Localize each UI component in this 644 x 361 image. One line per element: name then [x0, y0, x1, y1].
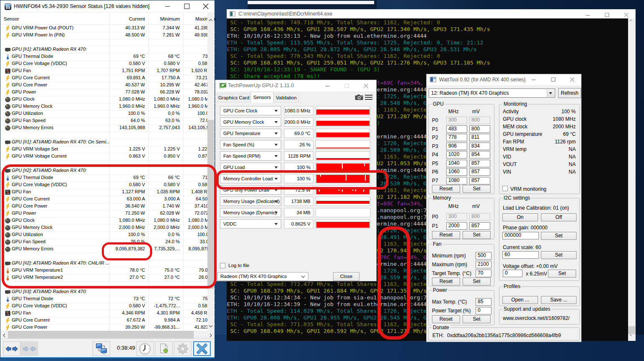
- memory-reset-button[interactable]: Reset: [432, 231, 460, 239]
- gpuz-sensor-select[interactable]: Memory Usage (Dynamic): [220, 208, 281, 217]
- watttool-titlebar[interactable]: WattTool 0.92 (for AMD RX 400 series): [427, 74, 581, 85]
- gpuz-sensor-select[interactable]: Memory Usage (Dedicated): [220, 197, 281, 206]
- phase-gain-set-button[interactable]: Set: [541, 232, 577, 240]
- setting-field[interactable]: 500: [476, 252, 491, 260]
- table-row[interactable]: GPU Power77.028 W66.228 W78.032 W: [0, 89, 215, 96]
- table-row[interactable]: GPU Fan1,127 RPM1,035 RPM1,408 RPM: [0, 189, 215, 196]
- console-titlebar[interactable]: C:\mine\Claymore\last\EthDcrMiner64.exe: [227, 9, 635, 18]
- hwinfo-scroll-left-icon[interactable]: [3, 333, 5, 338]
- setting-field[interactable]: 70: [476, 270, 491, 277]
- pstate-mv-field[interactable]: 834: [469, 143, 490, 150]
- tab-graphics-card[interactable]: Graphics Card: [217, 93, 251, 102]
- hwinfo-minimize-button[interactable]: [160, 0, 175, 12]
- current-scale-set-button[interactable]: Set: [541, 251, 577, 259]
- table-row[interactable]: GPU [#1]: ATI/AMD Radeon RX 470:: [0, 46, 215, 54]
- table-row-blank[interactable]: [0, 160, 215, 168]
- screenshot-camera-icon[interactable]: [355, 94, 363, 100]
- console-scroll-up-icon[interactable]: ˄: [629, 20, 634, 24]
- table-row[interactable]: GPU [#2]: ATI/AMD Radeon RX 470: CHiL/IR…: [0, 260, 215, 268]
- table-row[interactable]: GPU Clock1,080.0 MHz1,080.0 MHz1,080.0 M…: [0, 96, 215, 104]
- console-scroll-down-icon[interactable]: ˅: [629, 335, 634, 339]
- current-scale-field[interactable]: 60: [502, 251, 539, 259]
- pstate-mhz-field[interactable]: 300: [446, 117, 467, 124]
- close-sensors-button[interactable]: [193, 341, 211, 356]
- gpuz-sensor-select[interactable]: Fan Speed (RPM): [220, 151, 281, 161]
- hwinfo-close-button[interactable]: [199, 0, 213, 12]
- watttool-device-dropdown-icon[interactable]: [547, 89, 554, 97]
- table-row[interactable]: GPU VRM Temperature178.0 °C75.0 °C79.0 °…: [0, 267, 215, 275]
- table-row[interactable]: GPU Fan1,751 RPM1,707 RPM1,920 RPM: [0, 68, 215, 75]
- power-set-button[interactable]: Set: [463, 315, 491, 323]
- gpuz-sensor-select[interactable]: Memory Controller Load: [220, 174, 281, 183]
- pstate-mhz-field[interactable]: 1060: [446, 168, 467, 176]
- pstate-mhz-field[interactable]: 906: [446, 143, 467, 150]
- setting-field[interactable]: 2100: [476, 261, 491, 268]
- table-row[interactable]: GPU VRM Power Out (POUT)40.313 W7.344 W4…: [0, 25, 215, 32]
- phase-gain-field[interactable]: 000000: [502, 232, 539, 239]
- hwinfo-scroll-down-icon[interactable]: [209, 325, 213, 327]
- gpuz-titlebar[interactable]: TechPowerUp GPU-Z 1.11.0: [215, 80, 376, 91]
- table-row[interactable]: GPU Memory Errors143,105,9882,757,043143…: [0, 125, 215, 132]
- gpuz-sensor-select[interactable]: GPU only Power Draw: [220, 185, 281, 195]
- watttool-device-select[interactable]: 12: Radeon (TM) RX 470 Graphics: [429, 88, 555, 98]
- gpuz-sensor-select[interactable]: GPU Memory Clock: [220, 117, 281, 127]
- pstate-mhz-field[interactable]: 300: [446, 213, 467, 221]
- pstate-mhz-field[interactable]: 1040: [446, 160, 467, 167]
- profiles-save-button[interactable]: Save ...: [541, 296, 577, 304]
- gpuz-close-button[interactable]: [360, 80, 372, 91]
- table-row[interactable]: GPU Memory Clock1,960.0 MHz1,960.0 MHz1,…: [0, 103, 215, 111]
- watttool-minimize-button[interactable]: [528, 74, 540, 85]
- hwinfo-table-header[interactable]: Sensor Current Minimum Maximum: [0, 13, 215, 25]
- table-row[interactable]: GPU Core Voltage (VDDC)0.580 V-1,475,772…: [0, 303, 215, 310]
- table-row[interactable]: GPU Core Power40.537 W10.295 W42.467 W: [0, 82, 215, 89]
- llc-off-button[interactable]: Off: [541, 213, 577, 221]
- llc-on-button[interactable]: On: [502, 213, 538, 221]
- tab-sensors[interactable]: Sensors: [251, 92, 274, 103]
- hwinfo-hscroll-thumb[interactable]: [8, 331, 194, 338]
- hwinfo-hscrollbar[interactable]: [1, 331, 214, 338]
- table-row[interactable]: GPU Fan4,346 RPM4,301 RPM4,458 RPM: [0, 310, 215, 317]
- table-row[interactable]: GPU [#1]: ATI/AMD Radeon RX 470: On Semi…: [0, 139, 215, 146]
- hwinfo-window[interactable]: HWiNFO64 v5.34-2930 Sensor Status [126 v…: [0, 0, 215, 359]
- table-row[interactable]: GPU Core Power39.250 W-99,868,31...41.82…: [0, 324, 215, 331]
- fan-reset-button[interactable]: Reset: [432, 278, 460, 286]
- table-row[interactable]: GPU Thermal Diode73 °C72 °C75 °C: [0, 296, 215, 303]
- setting-field[interactable]: 0: [476, 307, 491, 314]
- gpuz-close-dialog-button[interactable]: Close: [333, 272, 360, 281]
- table-row[interactable]: GPU Utilization100.0 %0.0 %100.0 %: [0, 231, 215, 239]
- table-row[interactable]: GPU VRM Voltage Current0.863 V0.850 V0.8…: [0, 153, 215, 161]
- pstate-mhz-field[interactable]: 1020: [446, 151, 467, 158]
- pstate-mhz-field[interactable]: 2000: [446, 222, 467, 230]
- table-row[interactable]: GPU Core Voltage (VDDC)0.580 V0.580 V0.5…: [0, 182, 215, 189]
- gpuz-sensor-select[interactable]: Fan Speed (%): [220, 140, 281, 149]
- hwinfo-maximize-button[interactable]: [180, 0, 194, 12]
- watttool-close-button[interactable]: [566, 74, 579, 85]
- clock-button[interactable]: [136, 341, 154, 356]
- gpu-set-button[interactable]: Set: [463, 185, 491, 193]
- column-minimum[interactable]: Minimum: [149, 16, 180, 21]
- hwinfo-scroll-up-icon[interactable]: [209, 19, 213, 21]
- column-sensor[interactable]: Sensor: [4, 16, 19, 21]
- pstate-mhz-field[interactable]: 1080: [446, 177, 467, 184]
- power-reset-button[interactable]: Reset: [432, 315, 460, 323]
- table-row[interactable]: GPU Core Power36.540 W1.740 W37.410 W: [0, 203, 215, 210]
- nav-arrows-disabled-button[interactable]: [21, 341, 38, 356]
- gpuz-sensor-select[interactable]: GPU Temperature: [220, 129, 281, 138]
- vrm-monitoring-checkbox[interactable]: [502, 186, 508, 191]
- watttool-window[interactable]: WattTool 0.92 (for AMD RX 400 series) 12…: [426, 74, 582, 342]
- pstate-mhz-field[interactable]: 778: [446, 134, 467, 141]
- report-add-button[interactable]: [155, 341, 173, 356]
- hwinfo-sensor-table[interactable]: GPU VRM Power Out (POUT)40.313 W7.344 W4…: [0, 25, 215, 331]
- pstate-mv-field[interactable]: 800: [469, 125, 490, 133]
- table-row[interactable]: GPU Fan Speed64.0 %63.0 %72.0 %: [0, 117, 215, 125]
- console-scroll-thumb[interactable]: [628, 326, 635, 334]
- table-row[interactable]: GPU Core Voltage (VDDC)0.580 V0.580 V0.5…: [0, 60, 215, 68]
- table-row[interactable]: GPU VRM Power In (PIN)48.500 W7.281 W49.…: [0, 32, 215, 39]
- table-row[interactable]: GPU Thermal Diode69 °C66 °C71 °C: [0, 174, 215, 182]
- pstate-mv-field[interactable]: 857: [469, 222, 490, 230]
- hwinfo-scroll-right-icon[interactable]: [209, 333, 212, 338]
- table-row-blank[interactable]: [0, 253, 215, 260]
- pstate-mv-field[interactable]: 857: [469, 168, 490, 176]
- hwinfo-titlebar[interactable]: HWiNFO64 v5.34-2930 Sensor Status [126 v…: [0, 0, 215, 13]
- network-button[interactable]: [93, 341, 110, 356]
